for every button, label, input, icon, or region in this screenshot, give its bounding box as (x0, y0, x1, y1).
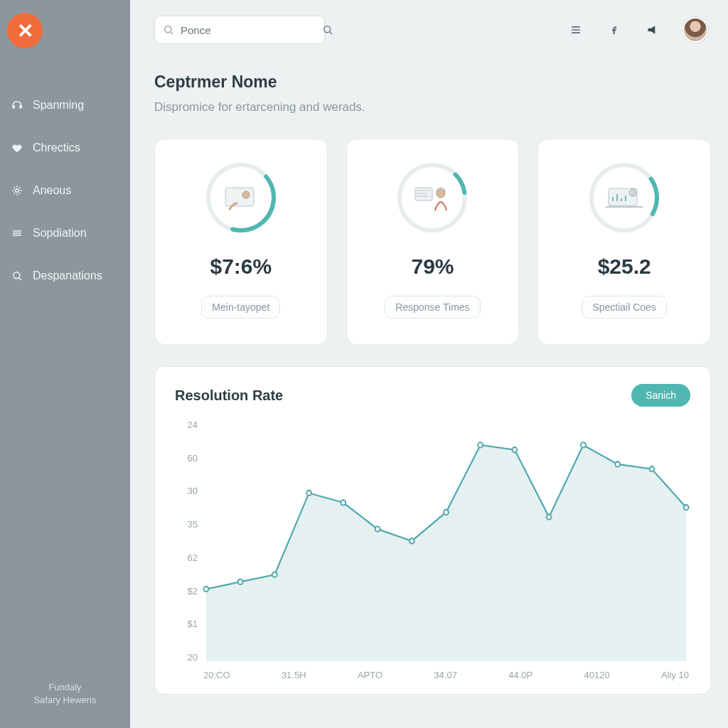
sidebar-item-despanations[interactable]: Despanations (10, 269, 130, 283)
chart-plot (202, 417, 690, 665)
laptop-analytics-icon (586, 159, 663, 236)
sidebar-item-label: Aneous (33, 184, 71, 197)
page-subtitle: Dispromice for ertarcening and werads. (154, 100, 719, 114)
svg-point-26 (547, 515, 552, 520)
chart-action-button[interactable]: Sanich (631, 384, 690, 407)
chart-area: 2460303562$2$120 20:CO31.5HAPTO34.0744.0… (175, 417, 690, 687)
ring-gauge (394, 159, 471, 236)
svg-point-16 (203, 587, 208, 592)
svg-point-7 (242, 191, 250, 198)
svg-point-3 (324, 26, 331, 33)
search-input[interactable] (181, 24, 316, 36)
svg-point-18 (272, 572, 277, 577)
sparkle-icon (10, 183, 24, 198)
svg-point-2 (165, 26, 171, 33)
y-tick: 24 (175, 419, 198, 430)
footer-line-1: Fundaly (0, 681, 130, 694)
metric-value: $25.2 (598, 255, 651, 279)
sidebar-item-aneous[interactable]: Aneous (10, 183, 130, 198)
svg-point-21 (375, 527, 380, 532)
ring-gauge (586, 159, 663, 236)
svg-point-28 (615, 461, 620, 466)
svg-point-24 (478, 442, 483, 447)
avatar[interactable] (682, 17, 708, 43)
chart-x-axis: 20:CO31.5HAPTO34.0744.0P40120Aliy 10 (202, 665, 690, 687)
menu-icon[interactable] (567, 21, 584, 38)
metric-cards: $7:6% Mein-tayopet (154, 139, 719, 345)
svg-point-27 (581, 442, 586, 447)
sidebar-item-label: Sopdiation (33, 227, 87, 240)
chart-header: Resolution Rate Sanich (175, 384, 690, 407)
metric-value: $7:6% (210, 255, 272, 279)
sidebar: ✕ Spanming Chrectics Aneous (0, 0, 130, 728)
x-tick: 20:CO (203, 670, 230, 687)
svg-point-23 (444, 510, 449, 515)
search-icon (10, 269, 24, 283)
x-tick: APTO (358, 670, 382, 687)
chart-y-axis: 2460303562$2$120 (175, 417, 202, 665)
metric-card-2: $25.2 Spectiail Coes (537, 139, 711, 345)
metric-label[interactable]: Response Times (385, 296, 480, 318)
y-tick: 62 (175, 552, 198, 563)
headset-icon (10, 98, 24, 112)
metric-card-1: 79% Response Times (346, 139, 520, 345)
topbar (130, 0, 728, 60)
facebook-icon[interactable] (606, 21, 623, 38)
heart-icon (10, 141, 24, 155)
svg-point-22 (410, 538, 414, 543)
sidebar-item-label: Spanming (33, 99, 84, 112)
support-agent-icon (394, 159, 471, 236)
x-tick: 44.0P (508, 670, 532, 687)
search-submit-icon[interactable] (321, 21, 334, 38)
content: Ceptrmer Nome Dispromice for ertarcening… (130, 60, 728, 695)
x-tick: 31.5H (282, 670, 306, 687)
sidebar-item-chrectics[interactable]: Chrectics (10, 141, 130, 155)
svg-point-15 (629, 189, 636, 196)
x-tick: 40120 (584, 670, 609, 687)
svg-point-17 (238, 579, 243, 584)
screen-touch-icon (203, 159, 279, 236)
svg-point-20 (341, 500, 346, 505)
svg-rect-10 (415, 188, 432, 200)
megaphone-icon[interactable] (644, 21, 661, 38)
y-tick: $2 (175, 586, 198, 596)
x-tick: Aliy 10 (661, 670, 689, 687)
svg-point-11 (437, 189, 445, 198)
svg-rect-6 (225, 188, 254, 206)
y-tick: 20 (175, 652, 198, 663)
x-tick: 34.07 (434, 670, 457, 687)
logo-glyph: ✕ (17, 19, 33, 43)
ring-gauge (203, 159, 279, 236)
bars-icon (10, 226, 24, 240)
top-actions (567, 17, 708, 43)
sidebar-item-sopdiation[interactable]: Sopdiation (10, 226, 130, 240)
svg-point-29 (649, 466, 654, 471)
metric-value: 79% (411, 255, 454, 279)
sidebar-item-spanming[interactable]: Spanming (10, 98, 130, 112)
page-title: Ceptrmer Nome (154, 73, 719, 92)
chart-title: Resolution Rate (175, 387, 283, 404)
sidebar-item-label: Chrectics (33, 141, 80, 154)
svg-point-30 (684, 505, 689, 510)
y-tick: $1 (175, 619, 198, 629)
search-box[interactable] (154, 16, 325, 44)
svg-point-1 (14, 272, 20, 279)
search-icon (162, 21, 175, 38)
chart-panel: Resolution Rate Sanich 2460303562$2$120 … (154, 366, 711, 695)
sidebar-item-label: Despanations (33, 269, 102, 282)
metric-label[interactable]: Mein-tayopet (201, 296, 280, 318)
svg-point-0 (16, 189, 19, 193)
metric-card-0: $7:6% Mein-tayopet (154, 139, 328, 345)
svg-point-25 (513, 447, 518, 452)
sidebar-footer: Fundaly Safary Hewens (0, 667, 130, 728)
sidebar-nav: Spanming Chrectics Aneous Sopdiation (0, 98, 130, 283)
y-tick: 60 (175, 453, 198, 464)
y-tick: 30 (175, 486, 198, 496)
brand-logo[interactable]: ✕ (7, 13, 43, 48)
y-tick: 35 (175, 519, 198, 530)
main: Ceptrmer Nome Dispromice for ertarcening… (130, 0, 728, 728)
svg-point-19 (306, 491, 311, 496)
metric-label[interactable]: Spectiail Coes (582, 296, 667, 318)
footer-line-2: Safary Hewens (0, 694, 130, 707)
